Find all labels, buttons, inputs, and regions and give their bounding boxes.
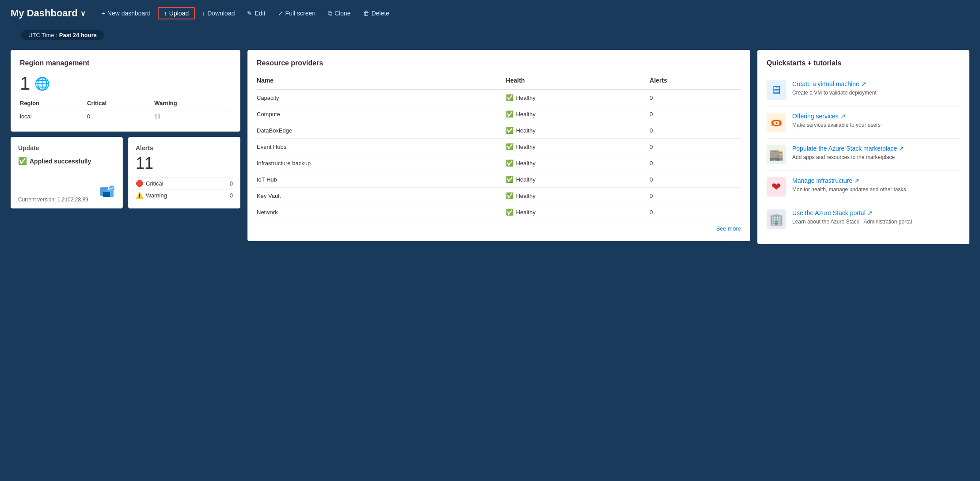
rp-table-row: Capacity ✅ Healthy 0 xyxy=(257,90,741,106)
dashboard-title: My Dashboard ∨ xyxy=(11,8,86,19)
rp-health: ✅ Healthy xyxy=(506,139,650,155)
new-dashboard-label: New dashboard xyxy=(107,10,151,17)
utc-badge-wrapper: UTC Time : Past 24 hours xyxy=(0,27,980,50)
alert-label: Critical xyxy=(146,180,227,187)
health-ok-icon: ✅ xyxy=(506,192,513,199)
alerts-title: Alerts xyxy=(136,144,233,151)
rp-alerts-count: 0 xyxy=(650,122,741,139)
quickstart-text-azure-portal: Use the Azure Stack portal ↗ Learn about… xyxy=(792,209,912,226)
see-more-container: See more xyxy=(257,220,741,232)
rp-health: ✅ Healthy xyxy=(506,188,650,204)
health-status: Healthy xyxy=(516,193,536,199)
main-content: Region management 1 🌐 Region Critical Wa… xyxy=(0,50,980,255)
quickstart-desc-manage-infra: Monitor health, manage updates and other… xyxy=(792,186,906,193)
quickstart-item-manage-infra[interactable]: ❤ Manage infrastructure ↗ Monitor health… xyxy=(767,171,960,203)
critical-col-header: Critical xyxy=(87,98,154,110)
region-count: 1 xyxy=(20,74,30,93)
delete-button[interactable]: 🗑 Delete xyxy=(358,7,395,19)
quickstart-item-azure-portal[interactable]: 🏢 Use the Azure Stack portal ↗ Learn abo… xyxy=(767,203,960,235)
quickstart-link-azure-marketplace[interactable]: Populate the Azure Stack marketplace ↗ xyxy=(792,145,904,152)
rp-name-header: Name xyxy=(257,74,506,90)
delete-label: Delete xyxy=(372,10,389,17)
quickstart-link-offering-services[interactable]: Offering services ↗ xyxy=(792,113,881,120)
quickstart-item-offering-services[interactable]: 🎟 Offering services ↗ Make services avai… xyxy=(767,106,960,139)
see-more-button[interactable]: See more xyxy=(716,225,741,232)
title-text: My Dashboard xyxy=(11,8,78,19)
right-column: Quickstarts + tutorials 🖥 Create a virtu… xyxy=(757,50,969,244)
health-ok-icon: ✅ xyxy=(506,94,513,101)
region-col-header: Region xyxy=(20,98,87,110)
rp-table-row: Network ✅ Healthy 0 xyxy=(257,204,741,220)
upload-icon: ↑ xyxy=(164,10,167,17)
health-ok-icon: ✅ xyxy=(506,159,513,167)
title-chevron-icon[interactable]: ∨ xyxy=(80,9,86,18)
region-management-title: Region management xyxy=(20,59,231,67)
quickstart-desc-offering-services: Make services available to your users xyxy=(792,121,881,129)
quickstarts-list: 🖥 Create a virtual machine ↗ Create a VM… xyxy=(767,74,960,235)
quickstart-item-azure-marketplace[interactable]: 🏬 Populate the Azure Stack marketplace ↗… xyxy=(767,139,960,171)
quickstart-icon-create-vm: 🖥 xyxy=(767,80,786,100)
quickstart-link-create-vm[interactable]: Create a virtual machine ↗ xyxy=(792,80,877,87)
version-info: Current version: 1.2102.28.89 xyxy=(18,197,88,203)
quickstart-text-offering-services: Offering services ↗ Make services availa… xyxy=(792,113,881,129)
warning-icon: ⚠️ xyxy=(136,192,143,199)
quickstarts-title: Quickstarts + tutorials xyxy=(767,59,960,67)
health-status: Healthy xyxy=(516,176,536,183)
upload-button[interactable]: ↑ Upload xyxy=(158,7,195,19)
download-button[interactable]: ↓ Download xyxy=(197,7,240,19)
update-status: ✅ Applied successfully xyxy=(18,157,115,165)
rp-health-header: Health xyxy=(506,74,650,90)
rp-alerts-count: 0 xyxy=(650,90,741,106)
rp-health: ✅ Healthy xyxy=(506,171,650,188)
rp-name: Key Vault xyxy=(257,188,506,204)
region-critical: 0 xyxy=(87,110,154,123)
left-column: Region management 1 🌐 Region Critical Wa… xyxy=(11,50,240,244)
top-bar: My Dashboard ∨ + New dashboard ↑ Upload … xyxy=(0,0,980,27)
update-status-text: Applied successfully xyxy=(30,158,91,165)
quickstart-link-azure-portal[interactable]: Use the Azure Stack portal ↗ xyxy=(792,209,912,216)
rp-name: Event Hubs xyxy=(257,139,506,155)
quickstart-desc-create-vm: Create a VM to validate deployment xyxy=(792,89,877,97)
alert-row: 🔴 Critical 0 xyxy=(136,177,233,189)
quickstart-item-create-vm[interactable]: 🖥 Create a virtual machine ↗ Create a VM… xyxy=(767,74,960,106)
rp-health: ✅ Healthy xyxy=(506,155,650,171)
rp-name: Network xyxy=(257,204,506,220)
utc-badge: UTC Time : Past 24 hours xyxy=(21,30,104,40)
rp-health: ✅ Healthy xyxy=(506,122,650,139)
quickstart-link-manage-infra[interactable]: Manage infrastructure ↗ xyxy=(792,177,906,184)
quickstart-icon-azure-marketplace: 🏬 xyxy=(767,145,786,164)
fullscreen-icon: ⤢ xyxy=(278,10,283,17)
quickstart-icon-manage-infra: ❤ xyxy=(767,177,786,197)
quickstart-text-azure-marketplace: Populate the Azure Stack marketplace ↗ A… xyxy=(792,145,904,161)
quickstart-desc-azure-marketplace: Add apps and resources to the marketplac… xyxy=(792,154,904,161)
health-status: Healthy xyxy=(516,209,536,216)
region-name: local xyxy=(20,110,87,123)
download-label: Download xyxy=(207,10,235,17)
rp-health: ✅ Healthy xyxy=(506,106,650,122)
health-ok-icon: ✅ xyxy=(506,127,513,134)
globe-icon: 🌐 xyxy=(34,76,50,91)
health-status: Healthy xyxy=(516,95,536,101)
health-status: Healthy xyxy=(516,127,536,134)
azure-stack-icon xyxy=(99,184,115,203)
rp-alerts-count: 0 xyxy=(650,106,741,122)
rp-health: ✅ Healthy xyxy=(506,90,650,106)
edit-button[interactable]: ✎ Edit xyxy=(242,7,270,19)
bottom-left-row: Update ✅ Applied successfully Current ve… xyxy=(11,137,240,208)
alert-row: ⚠️ Warning 0 xyxy=(136,189,233,201)
rp-table-row: Compute ✅ Healthy 0 xyxy=(257,106,741,122)
new-dashboard-button[interactable]: + New dashboard xyxy=(96,7,156,19)
rp-name: Compute xyxy=(257,106,506,122)
health-status: Healthy xyxy=(516,111,536,117)
edit-label: Edit xyxy=(254,10,265,17)
critical-icon: 🔴 xyxy=(136,180,143,187)
alert-value: 0 xyxy=(230,180,233,187)
health-ok-icon: ✅ xyxy=(506,110,513,117)
rp-alerts-header: Alerts xyxy=(650,74,741,90)
clone-label: Clone xyxy=(334,10,351,17)
rp-alerts-count: 0 xyxy=(650,139,741,155)
resource-providers-card: Resource providers Name Health Alerts Ca… xyxy=(247,50,750,241)
fullscreen-button[interactable]: ⤢ Full screen xyxy=(273,7,321,19)
clone-button[interactable]: ⧉ Clone xyxy=(323,7,356,20)
update-card: Update ✅ Applied successfully Current ve… xyxy=(11,137,123,208)
